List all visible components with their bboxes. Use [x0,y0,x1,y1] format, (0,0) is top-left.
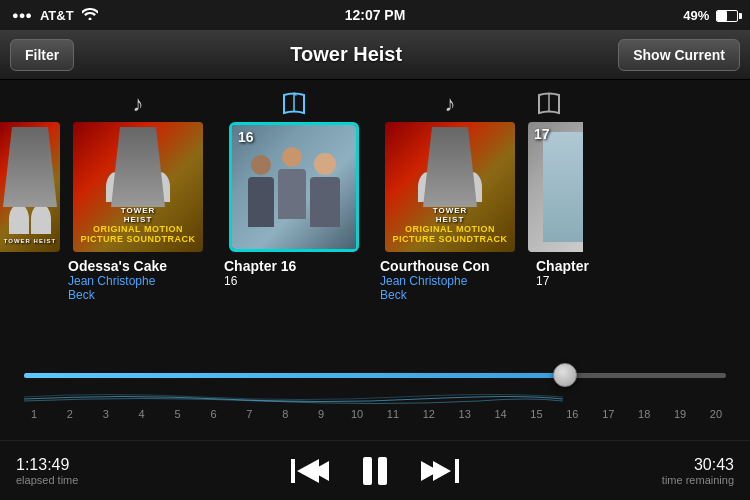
thumb-chapter17: 17 [528,122,583,252]
media-item-soundtrack2[interactable]: ♪ TOWERHEIST ORIGINAL MOTION PICTURE SOU… [372,90,528,302]
status-left: ●●● AT&T [12,8,98,23]
svg-rect-4 [378,457,387,485]
info-chapter17: Chapter 17 [528,258,668,288]
empty-icon-left [0,90,60,118]
info-soundtrack1: Odessa's Cake Jean Christophe Beck [68,258,208,302]
signal-icon: ●●● [12,9,32,21]
svg-marker-6 [433,461,451,481]
subtitle-soundtrack1: Jean Christophe [68,274,208,288]
elapsed-time-display: 1:13:49 elapsed time [16,456,116,486]
content-area: TOWER HEIST ♪ TOWERHEIST ORIGINAL MOTION… [0,80,750,360]
progress-track[interactable] [24,373,726,378]
pause-button[interactable] [361,455,389,487]
thumb-soundtrack2: TOWERHEIST ORIGINAL MOTION PICTURE SOUND… [385,122,515,252]
subtitle-soundtrack2: Jean Christophe [380,274,520,288]
svg-rect-0 [291,459,295,483]
book-icon-chapter17 [528,90,562,118]
tick-2: 2 [60,408,80,420]
svg-rect-7 [455,459,459,483]
tick-8: 8 [275,408,295,420]
nav-bar: Filter Tower Heist Show Current [0,30,750,80]
next-button[interactable] [419,455,459,487]
nav-title: Tower Heist [290,43,402,66]
note-icon-2: ♪ [445,90,456,118]
tick-17: 17 [598,408,618,420]
thumb-chapter16: 16 [229,122,359,252]
book-icon-chapter16 [281,90,307,118]
note-icon-1: ♪ [133,90,144,118]
filter-button[interactable]: Filter [10,39,74,71]
media-item-chapter16[interactable]: 16 Chapter 16 [216,90,372,288]
tick-20: 20 [706,408,726,420]
media-item-soundtrack1[interactable]: ♪ TOWERHEIST ORIGINAL MOTION PICTURE SOU… [60,90,216,302]
title-soundtrack1: Odessa's Cake [68,258,208,274]
waveform [24,392,726,406]
tick-11: 11 [383,408,403,420]
partial-thumb-left: TOWER HEIST [0,122,60,252]
remaining-time-value: 30:43 [634,456,734,474]
status-right: 49% [683,8,738,23]
elapsed-time-label: elapsed time [16,474,116,486]
sub2-soundtrack1: Beck [68,288,208,302]
tick-19: 19 [670,408,690,420]
timeline-area: 1 2 3 4 5 6 7 8 9 10 11 12 13 14 15 16 1… [0,360,750,440]
tick-15: 15 [526,408,546,420]
tick-6: 6 [203,408,223,420]
remaining-time-display: 30:43 time remaining [634,456,734,486]
chapter-number-16: 16 [238,129,254,145]
battery-label: 49% [683,8,709,23]
partial-item-left: TOWER HEIST [0,90,60,258]
tick-12: 12 [419,408,439,420]
battery-icon [716,10,738,22]
chapter-number-17: 17 [534,126,550,142]
tick-9: 9 [311,408,331,420]
status-time: 12:07 PM [345,7,406,23]
tick-1: 1 [24,408,44,420]
title-chapter16: Chapter 16 [224,258,364,274]
progress-fill [24,373,565,378]
elapsed-time-value: 1:13:49 [16,456,116,474]
tick-marks: 1 2 3 4 5 6 7 8 9 10 11 12 13 14 15 16 1… [20,408,730,420]
controls-area: 1:13:49 elapsed time 30:43 tim [0,440,750,500]
sub2-soundtrack2: Beck [380,288,520,302]
tick-14: 14 [491,408,511,420]
svg-rect-3 [363,457,372,485]
tick-18: 18 [634,408,654,420]
info-chapter16: Chapter 16 16 [224,258,364,288]
title-soundtrack2: Courthouse Con [380,258,520,274]
tick-4: 4 [132,408,152,420]
subtitle-chapter17: 17 [536,274,668,288]
remaining-time-label: time remaining [634,474,734,486]
status-bar: ●●● AT&T 12:07 PM 49% [0,0,750,30]
progress-thumb[interactable] [553,363,577,387]
tick-5: 5 [168,408,188,420]
prev-button[interactable] [291,455,331,487]
title-chapter17: Chapter [536,258,668,274]
tick-10: 10 [347,408,367,420]
thumb-soundtrack1: TOWERHEIST ORIGINAL MOTION PICTURE SOUND… [73,122,203,252]
tick-13: 13 [455,408,475,420]
media-item-chapter17[interactable]: 17 Chapter 17 [528,90,668,288]
subtitle-chapter16: 16 [224,274,364,288]
carrier-label: AT&T [40,8,74,23]
wifi-icon [82,8,98,23]
show-current-button[interactable]: Show Current [618,39,740,71]
progress-bar-container [20,360,730,390]
playback-controls [291,455,459,487]
tick-7: 7 [239,408,259,420]
info-soundtrack2: Courthouse Con Jean Christophe Beck [380,258,520,302]
tick-16: 16 [562,408,582,420]
tick-3: 3 [96,408,116,420]
